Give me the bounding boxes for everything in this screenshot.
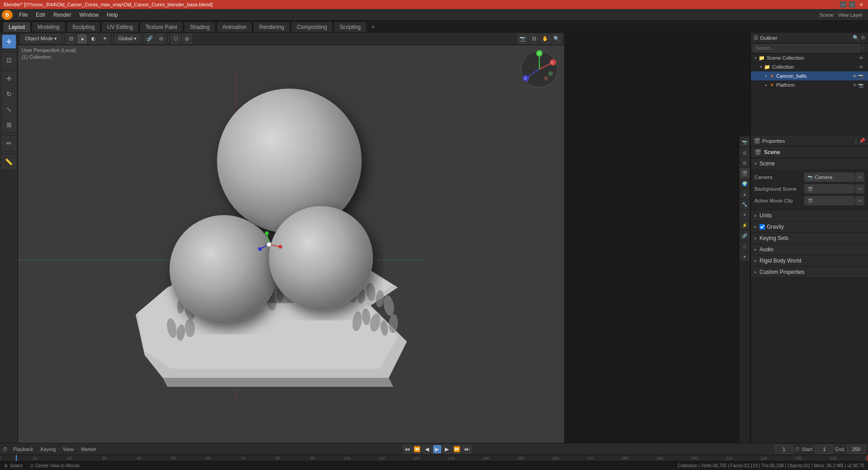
tab-layout[interactable]: Layout xyxy=(3,22,31,32)
current-frame-input[interactable]: 1 xyxy=(775,445,793,454)
keying-sets-header[interactable]: ▸ Keying Sets xyxy=(751,233,868,244)
viewport-shading-material[interactable]: ◐ xyxy=(89,34,99,44)
custom-props-header[interactable]: ▸ Custom Properties xyxy=(751,267,868,277)
prop-icon-modifier[interactable]: 🔧 xyxy=(740,199,750,209)
render-region-icon[interactable]: ⊡ xyxy=(529,34,539,44)
tab-animation[interactable]: Animation xyxy=(217,22,252,32)
gravity-checkbox[interactable] xyxy=(760,224,765,230)
tab-rendering[interactable]: Rendering xyxy=(253,22,290,32)
outliner-item-cannon-balls[interactable]: ▸ ▼ Cannon_balls 👁 📷 xyxy=(751,71,868,80)
outliner-filter[interactable]: 🔍 xyxy=(853,35,859,41)
viewport-shading-solid[interactable]: ● xyxy=(77,34,87,44)
prop-icon-physics[interactable]: ⚡ xyxy=(740,220,750,230)
xray-toggle[interactable]: ◎ xyxy=(182,34,192,44)
outliner-view-icon[interactable]: ⋮ xyxy=(861,45,866,51)
scene-section-header[interactable]: 🎬 Scene xyxy=(751,146,868,158)
step-back-button[interactable]: ◀ xyxy=(423,445,432,454)
tab-modeling[interactable]: Modeling xyxy=(32,22,66,32)
close-button[interactable]: ✕ xyxy=(858,1,864,8)
prop-icon-particles[interactable]: ✦ xyxy=(740,210,750,220)
tab-scripting[interactable]: Scripting xyxy=(334,22,367,32)
tool-measure[interactable]: 📏 xyxy=(2,155,16,169)
eye-icon-coll[interactable]: 👁 xyxy=(859,65,863,70)
global-transform[interactable]: Global ▾ xyxy=(115,34,140,43)
movie-edit-icon[interactable]: ✏ xyxy=(855,196,864,205)
grab-icon[interactable]: ✋ xyxy=(540,34,550,44)
blender-logo[interactable]: B xyxy=(2,10,13,20)
menu-edit[interactable]: Edit xyxy=(32,11,49,19)
object-mode-selector[interactable]: Object Mode ▾ xyxy=(21,34,61,43)
snap-toggle[interactable]: 🔗 xyxy=(145,34,155,44)
properties-pin[interactable]: 📌 xyxy=(859,138,865,144)
tool-select-box[interactable]: ⊡ xyxy=(2,53,16,67)
prop-icon-object[interactable]: ▲ xyxy=(740,189,750,199)
eye-icon-scene[interactable]: 👁 xyxy=(859,56,863,61)
tool-cursor[interactable]: ✛ xyxy=(2,34,16,49)
step-forward-button[interactable]: ▶ xyxy=(443,445,452,454)
camera-view-icon[interactable]: 📷 xyxy=(518,34,528,44)
play-button[interactable]: ▶ xyxy=(433,445,442,454)
scene-sub-header[interactable]: ▾ Scene xyxy=(751,158,868,169)
tab-texture-paint[interactable]: Texture Paint xyxy=(140,22,183,32)
tab-shading[interactable]: Shading xyxy=(184,22,216,32)
menu-render[interactable]: Render xyxy=(50,11,75,19)
tool-scale[interactable]: ⤡ xyxy=(2,102,16,117)
outliner-item-scene-collection[interactable]: ▾ 📁 Scene Collection 👁 xyxy=(751,53,868,62)
prop-icon-scene[interactable]: 🎬 xyxy=(740,168,750,178)
tab-compositing[interactable]: Compositing xyxy=(291,22,333,32)
prop-icon-data[interactable]: △ xyxy=(740,241,750,251)
audio-header[interactable]: ▸ Audio xyxy=(751,244,868,255)
tool-transform[interactable]: ⊞ xyxy=(2,118,16,132)
prop-icon-world[interactable]: 🌍 xyxy=(740,179,750,188)
end-frame-input[interactable]: 250 xyxy=(847,445,865,454)
marker-menu[interactable]: Marker xyxy=(78,446,99,453)
keying-menu[interactable]: Keying xyxy=(38,446,59,453)
tab-sculpting[interactable]: Sculpting xyxy=(66,22,100,32)
rigid-body-header[interactable]: ▸ Rigid Body World xyxy=(751,255,868,266)
titlebar-controls[interactable]: ─ □ ✕ xyxy=(840,1,864,8)
menu-window[interactable]: Window xyxy=(75,11,102,19)
platform-render[interactable]: 📷 xyxy=(858,83,863,88)
add-workspace-button[interactable]: + xyxy=(368,21,378,32)
units-header[interactable]: ▸ Units xyxy=(751,210,868,221)
outliner-options[interactable]: ⚙ xyxy=(861,35,865,41)
cannon-eye[interactable]: 👁 xyxy=(853,74,857,79)
active-movie-clip-value[interactable]: 🎬 xyxy=(804,196,854,205)
jump-end-button[interactable]: ⏭ xyxy=(462,445,472,454)
proportional-editing[interactable]: ⊙ xyxy=(156,34,166,44)
tool-rotate[interactable]: ↻ xyxy=(2,87,16,101)
tab-uv-editing[interactable]: UV Editing xyxy=(101,22,139,32)
prop-icon-output[interactable]: 🖨 xyxy=(740,147,750,157)
prev-keyframe-button[interactable]: ⏪ xyxy=(413,445,422,454)
next-keyframe-button[interactable]: ⏩ xyxy=(453,445,462,454)
tool-annotate[interactable]: ✏ xyxy=(2,136,16,150)
maximize-button[interactable]: □ xyxy=(849,1,855,8)
prop-icon-constraints[interactable]: 🔗 xyxy=(740,230,750,240)
bg-scene-edit-icon[interactable]: ✏ xyxy=(855,184,864,193)
prop-icon-material[interactable]: ● xyxy=(740,251,750,261)
viewport-scene[interactable] xyxy=(18,33,564,443)
viewport-shading-rendered[interactable]: ☀ xyxy=(100,34,110,44)
minimize-button[interactable]: ─ xyxy=(840,1,846,8)
outliner-search-input[interactable] xyxy=(753,44,860,52)
cannon-render[interactable]: 📷 xyxy=(858,74,863,79)
platform-eye[interactable]: 👁 xyxy=(853,83,857,88)
background-scene-value[interactable]: 🎬 xyxy=(804,184,854,193)
prop-icon-view-layer[interactable]: ⊞ xyxy=(740,158,750,168)
zoom-icon[interactable]: 🔍 xyxy=(552,34,561,44)
gravity-header[interactable]: ▸ Gravity xyxy=(751,221,868,232)
camera-value[interactable]: 📷 Camera xyxy=(804,173,854,182)
outliner-item-collection[interactable]: ▾ 📁 Collection 👁 xyxy=(751,62,868,71)
jump-start-button[interactable]: ⏮ xyxy=(403,445,412,454)
view-menu[interactable]: View xyxy=(60,446,76,453)
properties-expand[interactable]: ↕ xyxy=(855,138,858,144)
menu-file[interactable]: File xyxy=(15,11,31,19)
outliner-item-platform[interactable]: ▸ ▼ Platform 👁 📷 xyxy=(751,80,868,89)
navigation-gizmo[interactable]: X Y Z xyxy=(519,49,560,89)
menu-help[interactable]: Help xyxy=(103,11,122,19)
overlay-toggle[interactable]: ⬡ xyxy=(171,34,181,44)
playback-menu[interactable]: Playback xyxy=(10,446,36,453)
viewport-shading-wire[interactable]: ⊡ xyxy=(66,34,76,44)
tool-move[interactable]: ✛ xyxy=(2,71,16,86)
camera-edit-icon[interactable]: ✏ xyxy=(855,173,864,182)
